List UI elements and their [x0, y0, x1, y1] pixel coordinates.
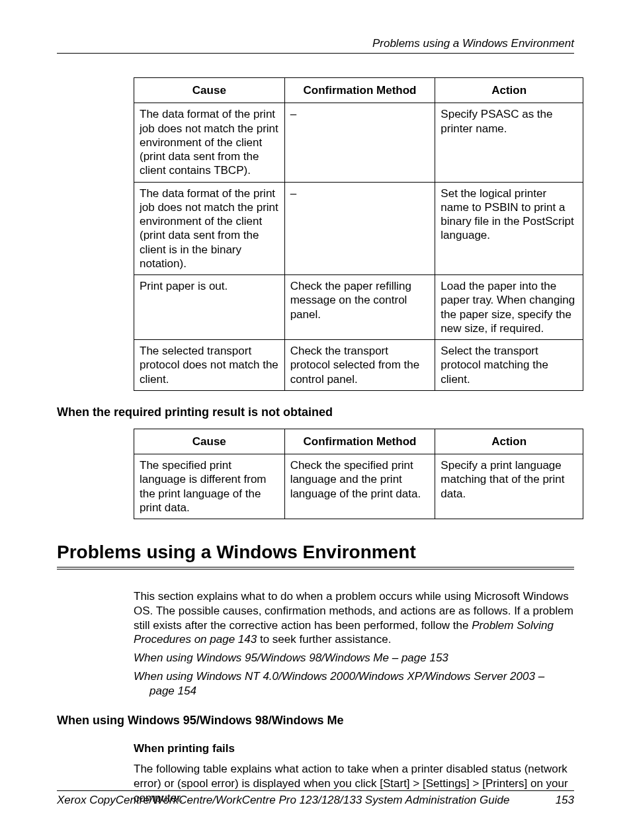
ref-winnt-line2: page 154	[134, 684, 574, 698]
intro-paragraph: This section explains what to do when a …	[134, 589, 574, 647]
troubleshoot-table-1: Cause Confirmation Method Action The dat…	[134, 77, 583, 391]
subsub-printing-fails: When printing fails	[134, 742, 574, 755]
footer-page-number: 153	[556, 794, 574, 807]
table-row: The data format of the print job does no…	[134, 182, 583, 275]
t2-r0-conf: Check the specified print language and t…	[284, 454, 435, 519]
t1-r0-action: Specify PSASC as the printer name.	[435, 103, 583, 182]
table-row: The specified print language is differen…	[134, 454, 583, 519]
t1-r2-cause: Print paper is out.	[134, 275, 285, 340]
table-row: Print paper is out. Check the paper refi…	[134, 275, 583, 340]
t1-r3-cause: The selected transport protocol does not…	[134, 340, 285, 391]
table-row: The selected transport protocol does not…	[134, 340, 583, 391]
t1-r1-conf: –	[284, 182, 435, 275]
t1-r0-conf: –	[284, 103, 435, 182]
intro-p1c: to seek further assistance.	[257, 633, 391, 646]
t2-h-confirmation: Confirmation Method	[284, 429, 435, 454]
intro-block: This section explains what to do when a …	[134, 589, 574, 698]
table-row: The data format of the print job does no…	[134, 103, 583, 182]
t1-h-confirmation: Confirmation Method	[284, 78, 435, 103]
subheading-win9x: When using Windows 95/Windows 98/Windows…	[57, 714, 574, 728]
t2-r0-action: Specify a print language matching that o…	[435, 454, 583, 519]
t1-r2-action: Load the paper into the paper tray. When…	[435, 275, 583, 340]
footer-title: Xerox CopyCentre/WorkCentre/WorkCentre P…	[57, 794, 509, 807]
page-footer: Xerox CopyCentre/WorkCentre/WorkCentre P…	[57, 790, 574, 807]
ref-winnt-line1: When using Windows NT 4.0/Windows 2000/W…	[134, 669, 574, 684]
troubleshoot-table-2: Cause Confirmation Method Action The spe…	[134, 429, 583, 519]
t2-h-cause: Cause	[134, 429, 285, 454]
ref-win9x: When using Windows 95/Windows 98/Windows…	[134, 651, 574, 665]
section-rule	[57, 567, 574, 569]
t1-r1-action: Set the logical printer name to PSBIN to…	[435, 182, 583, 275]
t1-r3-conf: Check the transport protocol selected fr…	[284, 340, 435, 391]
running-header: Problems using a Windows Environment	[57, 37, 574, 54]
section-title: Problems using a Windows Environment	[57, 542, 574, 566]
t1-h-action: Action	[435, 78, 583, 103]
subheading-result-not-obtained: When the required printing result is not…	[57, 405, 574, 419]
t2-h-action: Action	[435, 429, 583, 454]
t2-r0-cause: The specified print language is differen…	[134, 454, 285, 519]
t1-r3-action: Select the transport protocol matching t…	[435, 340, 583, 391]
t1-h-cause: Cause	[134, 78, 285, 103]
t1-r2-conf: Check the paper refilling message on the…	[284, 275, 435, 340]
t1-r1-cause: The data format of the print job does no…	[134, 182, 285, 275]
t1-r0-cause: The data format of the print job does no…	[134, 103, 285, 182]
